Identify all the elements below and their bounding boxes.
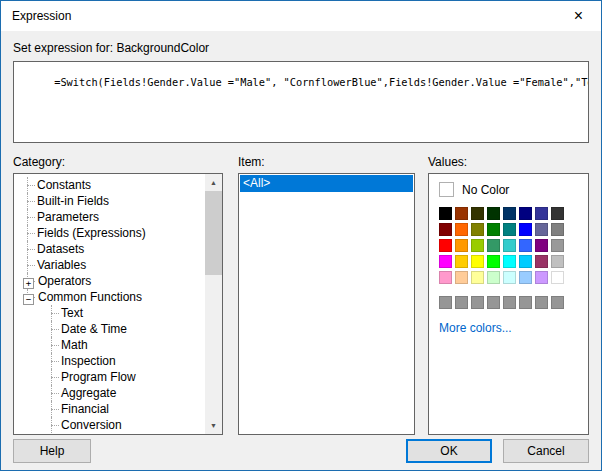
color-swatch[interactable] [535, 223, 548, 236]
scroll-up-icon: ▲ [210, 179, 217, 186]
tree-item-label: Date & Time [61, 322, 127, 336]
expand-icon[interactable]: + [23, 278, 34, 289]
color-swatch[interactable] [471, 207, 484, 220]
color-swatch[interactable] [503, 223, 516, 236]
color-swatch[interactable] [439, 255, 452, 268]
color-swatch[interactable] [471, 223, 484, 236]
tree-item[interactable]: Financial [17, 401, 202, 417]
color-swatch[interactable] [439, 239, 452, 252]
item-column: Item: <All> [238, 155, 415, 435]
tree-item[interactable]: Variables [17, 257, 202, 273]
tree-item[interactable]: Text [17, 305, 202, 321]
cancel-button[interactable]: Cancel [503, 439, 589, 463]
color-swatch[interactable] [439, 271, 452, 284]
close-button[interactable]: × [556, 1, 601, 30]
color-swatch[interactable] [519, 255, 532, 268]
item-list-row[interactable]: <All> [240, 175, 413, 192]
dialog-footer: Help OK Cancel [1, 438, 601, 464]
color-swatch[interactable] [519, 271, 532, 284]
color-swatch[interactable] [503, 255, 516, 268]
gray-color-swatch[interactable] [439, 296, 452, 309]
color-swatch[interactable] [455, 239, 468, 252]
tree-item[interactable]: +Operators [17, 273, 202, 289]
tree-item-label: Inspection [61, 354, 116, 368]
color-swatch[interactable] [471, 271, 484, 284]
tree-item-label: Built-in Fields [37, 194, 109, 208]
tree-item[interactable]: Parameters [17, 209, 202, 225]
gray-color-swatch[interactable] [487, 296, 500, 309]
color-swatch[interactable] [487, 207, 500, 220]
color-swatch[interactable] [535, 207, 548, 220]
item-list[interactable]: <All> [238, 173, 415, 435]
category-scrollbar[interactable]: ▲ ▼ [205, 174, 222, 434]
no-color-swatch [439, 182, 454, 197]
gray-color-swatch[interactable] [519, 296, 532, 309]
color-swatch[interactable] [551, 271, 564, 284]
color-swatch[interactable] [551, 239, 564, 252]
color-swatch[interactable] [551, 207, 564, 220]
color-swatch[interactable] [551, 223, 564, 236]
tree-item[interactable]: Aggregate [17, 385, 202, 401]
color-swatch[interactable] [439, 223, 452, 236]
color-swatch[interactable] [503, 207, 516, 220]
expression-text: =Switch(Fields!Gender.Value ="Male", "Co… [54, 76, 589, 88]
expression-editor[interactable]: =Switch(Fields!Gender.Value ="Male", "Co… [13, 61, 589, 143]
tree-item[interactable]: Inspection [17, 353, 202, 369]
gray-color-swatch[interactable] [503, 296, 516, 309]
category-tree-items: ConstantsBuilt-in FieldsParametersFields… [14, 174, 222, 434]
expression-dialog: Expression × Set expression for: Backgro… [0, 0, 602, 471]
color-swatch[interactable] [503, 239, 516, 252]
color-swatch[interactable] [455, 271, 468, 284]
tree-item[interactable]: Date & Time [17, 321, 202, 337]
color-swatch[interactable] [455, 255, 468, 268]
help-button[interactable]: Help [13, 439, 91, 463]
color-swatch[interactable] [535, 239, 548, 252]
tree-item[interactable]: Math [17, 337, 202, 353]
item-label: Item: [238, 155, 415, 169]
tree-item[interactable]: Built-in Fields [17, 193, 202, 209]
window-title: Expression [12, 9, 71, 23]
tree-item-label: Conversion [61, 418, 122, 432]
ok-button[interactable]: OK [406, 439, 492, 463]
color-swatch[interactable] [455, 207, 468, 220]
tree-item[interactable]: Constants [17, 177, 202, 193]
color-swatch[interactable] [503, 271, 516, 284]
color-swatch[interactable] [455, 223, 468, 236]
color-swatch[interactable] [439, 207, 452, 220]
color-swatch[interactable] [487, 271, 500, 284]
set-expression-for-label: Set expression for: BackgroundColor [13, 41, 589, 55]
tree-item[interactable]: −Common Functions [17, 289, 202, 305]
category-column: Category: ConstantsBuilt-in FieldsParame… [13, 155, 223, 435]
gray-color-swatch[interactable] [535, 296, 548, 309]
category-tree[interactable]: ConstantsBuilt-in FieldsParametersFields… [13, 173, 223, 435]
more-colors-link[interactable]: More colors... [439, 321, 512, 335]
color-swatch[interactable] [487, 223, 500, 236]
color-swatch[interactable] [551, 255, 564, 268]
collapse-icon[interactable]: − [23, 294, 34, 305]
gray-color-swatch[interactable] [471, 296, 484, 309]
scrollbar-thumb[interactable] [205, 191, 222, 275]
color-swatch[interactable] [519, 207, 532, 220]
scroll-down-button[interactable]: ▼ [205, 417, 222, 434]
tree-item[interactable]: Datasets [17, 241, 202, 257]
dialog-body: Set expression for: BackgroundColor =Swi… [1, 41, 601, 435]
color-swatch[interactable] [535, 271, 548, 284]
category-label: Category: [13, 155, 223, 169]
no-color-option[interactable]: No Color [439, 182, 578, 197]
color-swatch[interactable] [471, 239, 484, 252]
tree-item-label: Variables [37, 258, 86, 272]
tree-item[interactable]: Program Flow [17, 369, 202, 385]
color-swatch[interactable] [519, 239, 532, 252]
color-swatch[interactable] [487, 239, 500, 252]
tree-item[interactable]: Fields (Expressions) [17, 225, 202, 241]
color-swatch[interactable] [471, 255, 484, 268]
color-swatch[interactable] [519, 223, 532, 236]
gray-color-swatch[interactable] [455, 296, 468, 309]
gray-color-swatch[interactable] [551, 296, 564, 309]
color-swatch[interactable] [487, 255, 500, 268]
tree-item[interactable]: Conversion [17, 417, 202, 433]
scroll-up-button[interactable]: ▲ [205, 174, 222, 191]
scroll-down-icon: ▼ [210, 422, 217, 429]
tree-item-label: Text [61, 306, 83, 320]
color-swatch[interactable] [535, 255, 548, 268]
